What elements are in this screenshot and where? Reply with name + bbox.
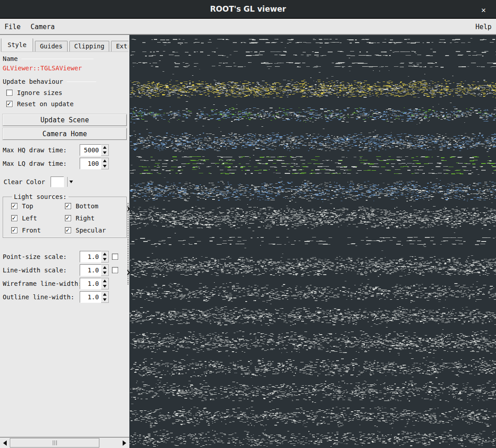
up-arrow-icon — [103, 266, 107, 269]
light-bottom-checkbox[interactable] — [65, 203, 71, 209]
menu-file[interactable]: File — [4, 22, 25, 32]
outline-spin-down-button[interactable] — [101, 297, 108, 302]
point-size-scale-checkbox[interactable] — [112, 254, 118, 260]
gl-viewport-canvas[interactable] — [129, 35, 496, 447]
outline-spin-up-button[interactable] — [101, 292, 108, 297]
splitter-collapse-icon[interactable]: ❯ — [126, 206, 130, 211]
update-scene-button[interactable]: Update Scene — [3, 114, 127, 126]
light-bottom-row: Bottom — [65, 202, 124, 210]
light-sources-group: Light sources: Top Bottom Left — [3, 193, 127, 238]
thumb-grip-icon — [56, 440, 57, 445]
panel-splitter[interactable]: ❯ ❯ — [126, 35, 130, 448]
line-width-spin-up-button[interactable] — [101, 265, 108, 270]
up-arrow-icon — [103, 159, 107, 162]
clear-color-label: Clear Color — [4, 178, 45, 185]
scroll-left-button[interactable] — [1, 439, 9, 447]
light-top-label: Top — [22, 202, 33, 210]
window-title: ROOT's GL viewer — [210, 4, 286, 13]
light-left-label: Left — [22, 215, 37, 222]
light-top-checkbox[interactable] — [11, 203, 17, 209]
light-right-label: Right — [76, 215, 94, 222]
point-size-scale-input[interactable]: 1.0 — [80, 251, 101, 263]
light-sources-label: Light sources: — [12, 193, 68, 200]
light-specular-row: Specular — [65, 226, 124, 234]
menu-camera[interactable]: Camera — [30, 22, 59, 32]
camera-home-button[interactable]: Camera Home — [3, 128, 127, 140]
point-size-spin-down-button[interactable] — [101, 257, 108, 262]
down-arrow-icon — [103, 165, 107, 168]
panel-horizontal-scrollbar[interactable] — [0, 437, 129, 448]
reset-on-update-checkbox[interactable] — [6, 101, 13, 107]
splitter-collapse-icon[interactable]: ❯ — [126, 270, 130, 275]
root-gl-viewer-window: ROOT's GL viewer ✕ File Camera Help Styl… — [0, 0, 496, 448]
ignore-sizes-row: Ignore sizes — [6, 89, 127, 96]
tab-clipping[interactable]: Clipping — [69, 41, 109, 52]
style-tab-content: Name GLViewer::TGLSAViewer Update behavi… — [0, 52, 129, 437]
max-lq-draw-time-label: Max LQ draw time: — [3, 160, 80, 167]
name-section-header: Name — [3, 55, 127, 62]
light-right-row: Right — [65, 214, 124, 222]
wireframe-line-width-row: Wireframe line-width: 1.0 — [3, 277, 127, 290]
max-lq-spin-up-button[interactable] — [101, 158, 108, 164]
line-width-scale-checkbox[interactable] — [112, 267, 118, 273]
light-front-label: Front — [22, 227, 41, 234]
wireframe-line-width-input[interactable]: 1.0 — [80, 278, 101, 289]
clear-color-dropdown-icon[interactable] — [69, 181, 73, 183]
scrollbar-thumb[interactable] — [10, 438, 99, 448]
gl-viewport[interactable] — [129, 35, 496, 448]
clear-color-divider — [67, 177, 68, 187]
main-area: Style Guides Clipping Extras Name GLView… — [0, 35, 496, 448]
clear-color-swatch[interactable] — [51, 177, 64, 187]
max-hq-draw-time-label: Max HQ draw time: — [3, 146, 80, 154]
update-behaviour-header: Update behaviour — [3, 78, 127, 85]
line-width-scale-label: Line-width scale: — [3, 267, 80, 274]
point-size-spinner — [101, 251, 109, 263]
tab-guides[interactable]: Guides — [35, 41, 68, 52]
wireframe-spin-up-button[interactable] — [101, 278, 108, 284]
name-divider — [21, 59, 94, 59]
menu-help[interactable]: Help — [475, 22, 492, 32]
right-arrow-icon — [123, 440, 126, 446]
ignore-sizes-label: Ignore sizes — [17, 89, 62, 96]
light-specular-checkbox[interactable] — [65, 227, 71, 233]
outline-line-width-row: Outline line-width: 1.0 — [3, 291, 127, 303]
viewer-name-value: GLViewer::TGLSAViewer — [3, 65, 127, 72]
left-arrow-icon — [3, 440, 7, 446]
max-lq-spin-down-button[interactable] — [101, 164, 108, 169]
up-arrow-icon — [103, 280, 107, 282]
wireframe-spin-down-button[interactable] — [101, 284, 108, 289]
max-lq-draw-time-input[interactable]: 100 — [80, 158, 101, 169]
reset-on-update-label: Reset on update — [17, 100, 73, 108]
tab-style[interactable]: Style — [1, 39, 33, 52]
outline-spinner — [101, 291, 109, 303]
outline-line-width-input[interactable]: 1.0 — [80, 291, 101, 303]
title-bar: ROOT's GL viewer ✕ — [0, 0, 496, 19]
line-width-scale-input[interactable]: 1.0 — [80, 264, 101, 276]
max-hq-spin-up-button[interactable] — [101, 145, 108, 150]
down-arrow-icon — [103, 151, 107, 154]
max-hq-draw-time-row: Max HQ draw time: 5000 — [3, 144, 127, 156]
light-right-checkbox[interactable] — [65, 215, 71, 221]
point-size-scale-row: Point-size scale: 1.0 — [3, 250, 127, 263]
name-label: Name — [3, 55, 18, 62]
ignore-sizes-checkbox[interactable] — [6, 90, 13, 96]
wireframe-line-width-label: Wireframe line-width: — [3, 280, 80, 287]
close-icon[interactable]: ✕ — [478, 4, 489, 15]
max-hq-spinner — [101, 144, 109, 156]
down-arrow-icon — [103, 285, 107, 288]
style-panel: Style Guides Clipping Extras Name GLView… — [0, 35, 129, 448]
down-arrow-icon — [103, 258, 107, 261]
update-behaviour-label: Update behaviour — [3, 78, 63, 85]
max-hq-draw-time-input[interactable]: 5000 — [80, 144, 101, 156]
panel-tabs: Style Guides Clipping Extras — [1, 39, 128, 52]
light-left-row: Left — [11, 214, 65, 222]
down-arrow-icon — [103, 298, 107, 301]
light-specular-label: Specular — [76, 227, 106, 234]
panel-empty-space — [2, 303, 128, 437]
light-front-checkbox[interactable] — [11, 227, 17, 233]
point-size-spin-up-button[interactable] — [101, 251, 108, 257]
max-hq-spin-down-button[interactable] — [101, 150, 108, 155]
line-width-spin-down-button[interactable] — [101, 270, 108, 276]
clear-color-row: Clear Color — [4, 176, 127, 188]
light-left-checkbox[interactable] — [11, 215, 17, 221]
